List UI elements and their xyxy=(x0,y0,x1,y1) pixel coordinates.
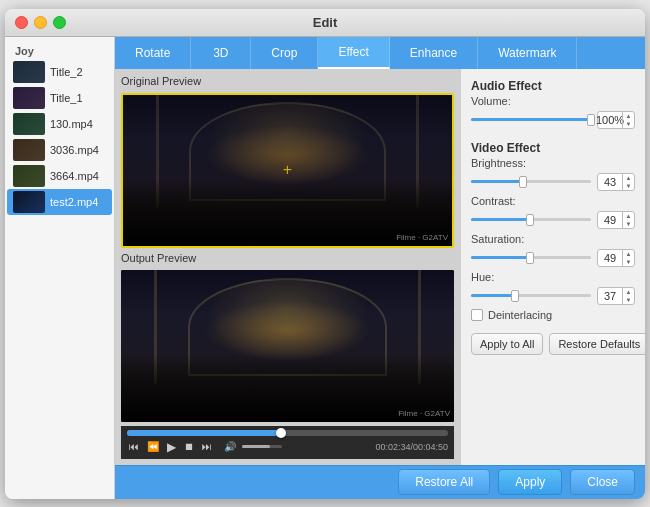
brightness-down[interactable]: ▼ xyxy=(623,182,634,190)
effects-panel: Audio Effect Volume: xyxy=(460,69,645,465)
contrast-row: 49 ▲ ▼ xyxy=(471,211,635,229)
brightness-fill xyxy=(471,180,523,183)
tab-effect[interactable]: Effect xyxy=(318,37,389,69)
brightness-thumb[interactable] xyxy=(519,176,527,188)
audio-effect-section: Audio Effect Volume: xyxy=(471,79,635,133)
restore-all-button[interactable]: Restore All xyxy=(398,469,490,495)
brightness-row: 43 ▲ ▼ xyxy=(471,173,635,191)
brightness-up[interactable]: ▲ xyxy=(623,174,634,182)
brightness-value-input[interactable]: 43 ▲ ▼ xyxy=(597,173,635,191)
skip-back-button[interactable]: ⏮ xyxy=(127,440,141,454)
step-back-button[interactable]: ⏪ xyxy=(145,440,161,454)
play-button[interactable]: ▶ xyxy=(165,439,178,455)
deinterlacing-label: Deinterlacing xyxy=(488,309,552,321)
tab-crop[interactable]: Crop xyxy=(251,37,318,69)
apply-button[interactable]: Apply xyxy=(498,469,562,495)
tab-3d[interactable]: 3D xyxy=(191,37,251,69)
volume-value[interactable]: 100% ▲ ▼ xyxy=(597,111,635,129)
volume-arrows[interactable]: ▲ ▼ xyxy=(622,112,634,128)
hue-down[interactable]: ▼ xyxy=(623,296,634,304)
volume-fill xyxy=(242,445,270,448)
apply-to-all-button[interactable]: Apply to All xyxy=(471,333,543,355)
volume-down-arrow[interactable]: ▼ xyxy=(623,120,634,128)
hue-thumb[interactable] xyxy=(511,290,519,302)
close-dialog-button[interactable]: Close xyxy=(570,469,635,495)
contrast-slider-container[interactable] xyxy=(471,214,591,226)
sidebar-thumb-test2mp4 xyxy=(13,191,45,213)
brightness-arrows[interactable]: ▲ ▼ xyxy=(622,174,634,190)
sidebar-thumb-3664mp4 xyxy=(13,165,45,187)
sidebar-group-joy[interactable]: Joy xyxy=(7,41,112,59)
title-bar: Edit xyxy=(5,9,645,37)
sidebar-item-title2[interactable]: Title_2 xyxy=(7,59,112,85)
progress-thumb[interactable] xyxy=(276,428,286,438)
sidebar-item-130mp4[interactable]: 130.mp4 xyxy=(7,111,112,137)
skip-forward-button[interactable]: ⏭ xyxy=(200,440,214,454)
bottom-bar: Restore All Apply Close xyxy=(115,465,645,499)
original-video-content: + Filme · G2ATV xyxy=(123,95,452,247)
tab-bar: Rotate 3D Crop Effect Enhance Watermark xyxy=(115,37,645,69)
contrast-track xyxy=(471,218,591,221)
saturation-up[interactable]: ▲ xyxy=(623,250,634,258)
saturation-down[interactable]: ▼ xyxy=(623,258,634,266)
contrast-thumb[interactable] xyxy=(526,214,534,226)
stop-button[interactable]: ⏹ xyxy=(182,440,196,454)
player-controls-bar: ⏮ ⏪ ▶ ⏹ ⏭ 🔊 00:02:34 xyxy=(121,426,454,459)
maximize-button[interactable] xyxy=(53,16,66,29)
contrast-fill xyxy=(471,218,530,221)
minimize-button[interactable] xyxy=(34,16,47,29)
saturation-thumb[interactable] xyxy=(526,252,534,264)
restore-defaults-button[interactable]: Restore Defaults xyxy=(549,333,645,355)
contrast-arrows[interactable]: ▲ ▼ xyxy=(622,212,634,228)
sidebar-thumb-3036mp4 xyxy=(13,139,45,161)
saturation-arrows[interactable]: ▲ ▼ xyxy=(622,250,634,266)
volume-track xyxy=(471,118,591,121)
tab-rotate[interactable]: Rotate xyxy=(115,37,191,69)
preview-area: Original Preview + Filme · G2ATV xyxy=(115,69,460,465)
contrast-value-input[interactable]: 49 ▲ ▼ xyxy=(597,211,635,229)
sidebar-item-title1[interactable]: Title_1 xyxy=(7,85,112,111)
volume-slider-thumb[interactable] xyxy=(587,114,595,126)
tab-watermark[interactable]: Watermark xyxy=(478,37,577,69)
contrast-down[interactable]: ▼ xyxy=(623,220,634,228)
sidebar-item-3036mp4[interactable]: 3036.mp4 xyxy=(7,137,112,163)
saturation-value-input[interactable]: 49 ▲ ▼ xyxy=(597,249,635,267)
brightness-label-row: Brightness: xyxy=(471,157,635,169)
volume-up-arrow[interactable]: ▲ xyxy=(623,112,634,120)
player-buttons: ⏮ ⏪ ▶ ⏹ ⏭ 🔊 xyxy=(127,439,282,455)
sidebar-label-3036mp4: 3036.mp4 xyxy=(50,144,99,156)
output-preview-video: Filme · G2ATV xyxy=(121,270,454,422)
hue-arrows[interactable]: ▲ ▼ xyxy=(622,288,634,304)
volume-slider-container[interactable] xyxy=(471,114,591,126)
sidebar-label-title1: Title_1 xyxy=(50,92,83,104)
tab-enhance[interactable]: Enhance xyxy=(390,37,478,69)
time-display: 00:02:34/00:04:50 xyxy=(375,442,448,452)
saturation-slider-container[interactable] xyxy=(471,252,591,264)
sidebar-item-3664mp4[interactable]: 3664.mp4 xyxy=(7,163,112,189)
sidebar-thumb-130mp4 xyxy=(13,113,45,135)
sidebar-item-test2mp4[interactable]: test2.mp4 xyxy=(7,189,112,215)
video-effect-section: Video Effect Brightness: xyxy=(471,141,635,321)
crosshair-icon: + xyxy=(283,161,292,179)
hue-label: Hue: xyxy=(471,271,531,283)
progress-bar[interactable] xyxy=(127,430,448,436)
saturation-label: Saturation: xyxy=(471,233,531,245)
video-effect-title: Video Effect xyxy=(471,141,635,155)
contrast-up[interactable]: ▲ xyxy=(623,212,634,220)
hue-up[interactable]: ▲ xyxy=(623,288,634,296)
hue-slider-container[interactable] xyxy=(471,290,591,302)
close-button[interactable] xyxy=(15,16,28,29)
sidebar: Joy Title_2 Title_1 130.mp4 xyxy=(5,37,115,499)
original-preview-label: Original Preview xyxy=(121,75,454,87)
video-watermark-output: Filme · G2ATV xyxy=(398,409,450,418)
hue-value-input[interactable]: 37 ▲ ▼ xyxy=(597,287,635,305)
sidebar-thumb-title2 xyxy=(13,61,45,83)
volume-slider[interactable] xyxy=(242,445,282,448)
brightness-label: Brightness: xyxy=(471,157,531,169)
window-title: Edit xyxy=(313,15,338,30)
deinterlacing-checkbox[interactable] xyxy=(471,309,483,321)
brightness-slider-container[interactable] xyxy=(471,176,591,188)
video-watermark-original: Filme · G2ATV xyxy=(396,233,448,242)
saturation-label-row: Saturation: xyxy=(471,233,635,245)
volume-slider-row: 100% ▲ ▼ xyxy=(471,111,635,129)
